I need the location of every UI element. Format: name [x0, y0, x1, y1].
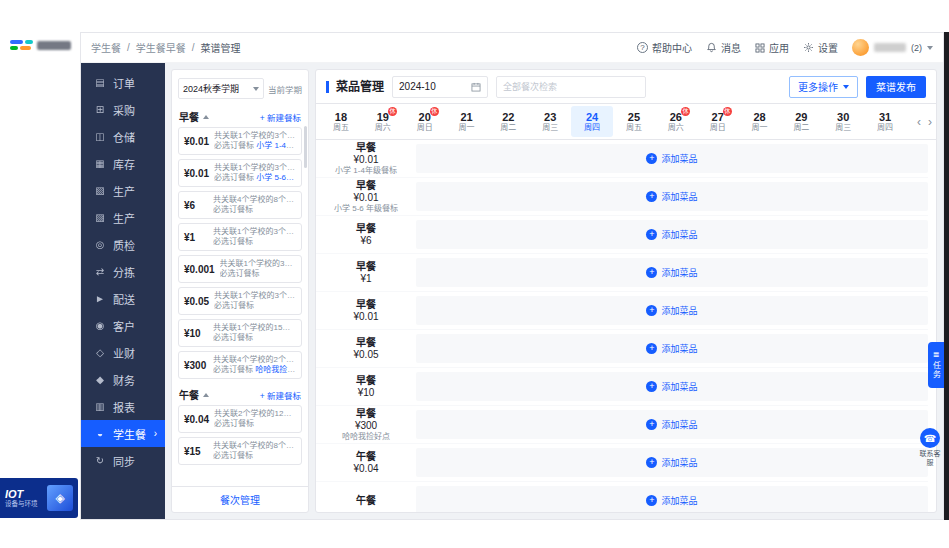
help-center-button[interactable]: ? 帮助中心 [637, 40, 692, 55]
chevron-down-icon [253, 87, 259, 91]
day-week: 周六 [668, 123, 684, 133]
term-select[interactable]: 2024秋季学期 [178, 78, 264, 99]
calendar-day-20[interactable]: 20休周日 [404, 106, 446, 137]
calendar-day-22[interactable]: 22周二 [487, 106, 529, 137]
new-meal-standard-link[interactable]: + 新建餐标 [260, 389, 301, 401]
calendar-day-28[interactable]: 28周一 [739, 106, 781, 137]
business-finance-icon: ◇ [94, 347, 106, 358]
sidebar-item-label: 同步 [113, 453, 135, 469]
sidebar-item-production-1[interactable]: ▧生产 [81, 177, 165, 204]
cube-icon: ◈ [47, 485, 73, 511]
sidebar-item-sync[interactable]: ↻同步 [81, 447, 165, 474]
row-meal-price: ¥0.01 [353, 311, 378, 322]
add-dish-label: 添加菜品 [661, 342, 697, 355]
add-dish-button[interactable]: +添加菜品 [416, 486, 928, 512]
calendar-day-29[interactable]: 29周二 [780, 106, 822, 137]
chevron-left-icon[interactable]: ‹ [917, 115, 921, 129]
calendar-day-25[interactable]: 25周五 [613, 106, 655, 137]
meal-standard-card[interactable]: ¥0.05 共关联1个学校的3个班级 必选订餐标 [178, 287, 302, 315]
publish-menu-button[interactable]: 菜谱发布 [866, 76, 926, 98]
sidebar-item-orders[interactable]: ▤订单 [81, 69, 165, 96]
meal-standard-card[interactable]: ¥0.01 共关联1个学校的3个班级 必选订餐标 小学 5-6… [178, 159, 302, 187]
calendar-day-21[interactable]: 21周一 [446, 106, 488, 137]
add-dish-button[interactable]: +添加菜品 [416, 182, 928, 211]
panel-scrollbar[interactable] [304, 126, 307, 168]
meal-standard-card[interactable]: ¥0.04 共关联2个学校的12个班级 必选订餐标 [178, 405, 302, 433]
lunch-group-header[interactable]: 午餐 + 新建餐标 [172, 383, 308, 405]
sidebar-item-label: 生产 [113, 183, 135, 199]
sidebar-item-production-2[interactable]: ▨生产 [81, 204, 165, 231]
current-term-label: 当前学期 [268, 83, 302, 95]
add-dish-button[interactable]: +添加菜品 [416, 372, 928, 401]
user-badge: (2) [911, 43, 922, 53]
sidebar-item-label: 学生餐 [113, 426, 146, 442]
app-body: ▤订单 ⊞采购 ◫仓储 ▦库存 ▧生产 ▨生产 ◎质检 ⇄分拣 ►配送 ◉客户 … [81, 63, 943, 519]
calendar-day-26[interactable]: 26休周六 [655, 106, 697, 137]
calendar-day-31[interactable]: 31周四 [864, 106, 906, 137]
sidebar-item-inventory[interactable]: ▦库存 [81, 150, 165, 177]
more-actions-button[interactable]: 更多操作 [789, 76, 858, 98]
meal-standard-card[interactable]: ¥10 共关联1个学校的15个班级 必选订餐标 [178, 319, 302, 347]
meal-standard-card[interactable]: ¥300 共关联4个学校的2个班级 必选订餐标 哈哈我捡好点 [178, 351, 302, 379]
apps-button[interactable]: 应用 [755, 40, 789, 55]
sidebar-item-quality-check[interactable]: ◎质检 [81, 231, 165, 258]
add-dish-button[interactable]: +添加菜品 [416, 144, 928, 173]
calendar-day-18[interactable]: 18周五 [320, 106, 362, 137]
breakfast-group-header[interactable]: 早餐 + 新建餐标 [172, 105, 308, 127]
row-meal-info: 早餐¥6 [316, 216, 416, 253]
meal-price: ¥6 [184, 200, 208, 211]
new-meal-standard-link[interactable]: + 新建餐标 [260, 111, 301, 123]
date-nav: ‹ › [906, 106, 932, 137]
calendar-day-30[interactable]: 30周三 [822, 106, 864, 137]
sidebar-item-business-finance[interactable]: ◇业财 [81, 339, 165, 366]
add-dish-button[interactable]: +添加菜品 [416, 334, 928, 363]
meal-standard-card[interactable]: ¥15 共关联4个学校的8个班级 必选订餐标 [178, 437, 302, 465]
settings-button[interactable]: 设置 [803, 40, 838, 55]
meal-standard-card[interactable]: ¥1 共关联1个学校的3个班级 必选订餐标 [178, 223, 302, 251]
calendar-day-24-selected[interactable]: 24周四 [571, 106, 613, 137]
breadcrumb-student-breakfast[interactable]: 学生餐早餐 [136, 40, 186, 55]
row-meal-price: ¥0.05 [353, 349, 378, 360]
breadcrumb-student-meals[interactable]: 学生餐 [91, 40, 121, 55]
sidebar-item-warehouse[interactable]: ◫仓储 [81, 123, 165, 150]
calendar-day-27[interactable]: 27休周日 [697, 106, 739, 137]
meal-time-search-input[interactable] [496, 76, 646, 98]
sidebar-item-sorting[interactable]: ⇄分拣 [81, 258, 165, 285]
meal-card-tag: 必选订餐标 [220, 269, 260, 278]
add-dish-button[interactable]: +添加菜品 [416, 448, 928, 477]
meal-card-line1: 共关联1个学校的3个班级 [214, 131, 296, 141]
customer-service-button[interactable]: ☎ 联系客服 [918, 428, 942, 468]
row-meal-name: 早餐 [356, 375, 376, 386]
calendar-day-23[interactable]: 23周三 [529, 106, 571, 137]
sidebar-item-purchase[interactable]: ⊞采购 [81, 96, 165, 123]
sidebar-item-finance[interactable]: ◆财务 [81, 366, 165, 393]
sidebar-item-customers[interactable]: ◉客户 [81, 312, 165, 339]
sidebar-item-student-meals[interactable]: ◒学生餐 [81, 420, 165, 447]
sidebar-item-label: 分拣 [113, 264, 135, 280]
help-center-label: 帮助中心 [652, 40, 692, 55]
task-panel-tab[interactable]: ≣ 任务 [928, 342, 944, 388]
add-dish-button[interactable]: +添加菜品 [416, 220, 928, 249]
add-dish-button[interactable]: +添加菜品 [416, 258, 928, 287]
more-actions-label: 更多操作 [798, 79, 838, 94]
meal-standard-card[interactable]: ¥0.001 共关联1个学校的3个班级 必选订餐标 [178, 255, 302, 283]
row-meal-note: 哈哈我捡好点 [342, 432, 390, 441]
meal-card-tag: 必选订餐标 [214, 301, 254, 310]
sidebar-item-reports[interactable]: ▥报表 [81, 393, 165, 420]
add-dish-button[interactable]: +添加菜品 [416, 410, 928, 439]
meal-times-manage-button[interactable]: 餐次管理 [172, 486, 308, 512]
sidebar-item-delivery[interactable]: ►配送 [81, 285, 165, 312]
messages-button[interactable]: 消息 [706, 40, 741, 55]
calendar-day-19[interactable]: 19休周六 [362, 106, 404, 137]
user-menu[interactable]: (2) [852, 39, 933, 56]
meal-standard-card[interactable]: ¥0.01 共关联1个学校的3个班级 必选订餐标 小学 1-4年… [178, 127, 302, 155]
customer-service-label: 联系客服 [919, 450, 941, 468]
avatar [852, 39, 869, 56]
meal-standard-card[interactable]: ¥6 共关联4个学校的8个班级 必选订餐标 [178, 191, 302, 219]
iot-widget[interactable]: IOT 设备与环境 ◈ [0, 478, 78, 518]
add-dish-button[interactable]: +添加菜品 [416, 296, 928, 325]
month-picker[interactable]: 2024-10 [392, 76, 488, 98]
chevron-right-icon[interactable]: › [928, 115, 932, 129]
menu-row: 早餐¥300哈哈我捡好点 +添加菜品 [316, 406, 928, 444]
bell-icon [706, 42, 717, 53]
